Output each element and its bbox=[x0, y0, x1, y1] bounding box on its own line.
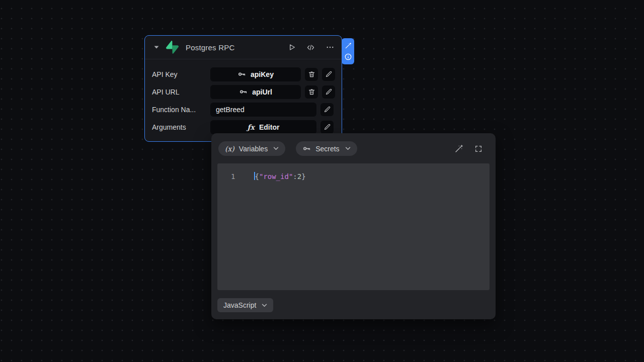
key-icon bbox=[237, 70, 246, 78]
api-key-delete-button[interactable] bbox=[305, 68, 318, 81]
function-name-label: Function Na... bbox=[152, 106, 210, 114]
postgres-rpc-node[interactable]: Postgres RPC API Key bbox=[144, 35, 342, 142]
ai-assist-button[interactable] bbox=[345, 42, 352, 49]
expand-fullscreen-button[interactable] bbox=[474, 145, 482, 153]
node-header-actions bbox=[288, 43, 335, 52]
code-token: : bbox=[293, 172, 297, 180]
line-number: 1 bbox=[231, 172, 235, 181]
pencil-icon bbox=[325, 88, 333, 96]
arguments-editor-popup: (x) Variables Secrets bbox=[211, 133, 496, 319]
fullscreen-icon bbox=[474, 145, 482, 153]
language-dropdown[interactable]: JavaScript bbox=[217, 298, 273, 312]
node-body: API Key apiKey bbox=[145, 59, 342, 136]
api-key-row: API Key apiKey bbox=[152, 65, 335, 83]
api-url-edit-button[interactable] bbox=[322, 85, 335, 99]
code-icon bbox=[306, 43, 315, 52]
view-code-button[interactable] bbox=[306, 43, 315, 52]
pencil-icon bbox=[325, 70, 333, 78]
language-dropdown-label: JavaScript bbox=[223, 301, 256, 309]
api-url-value: apiUrl bbox=[252, 88, 272, 96]
info-button[interactable] bbox=[344, 53, 352, 61]
variables-dropdown[interactable]: (x) Variables bbox=[218, 141, 285, 156]
magic-wand-icon bbox=[345, 42, 352, 49]
function-name-edit-button[interactable] bbox=[320, 103, 334, 116]
format-code-button[interactable] bbox=[454, 144, 463, 153]
key-icon bbox=[302, 144, 311, 153]
code-token: } bbox=[301, 172, 305, 180]
api-url-secret-pill[interactable]: apiUrl bbox=[210, 85, 301, 99]
ellipsis-icon bbox=[326, 43, 335, 52]
code-token: { bbox=[255, 172, 259, 180]
secrets-dropdown[interactable]: Secrets bbox=[296, 141, 357, 156]
workflow-canvas: Postgres RPC API Key bbox=[0, 0, 644, 362]
collapse-chevron-icon[interactable] bbox=[152, 43, 161, 52]
info-icon bbox=[344, 53, 352, 61]
api-url-delete-button[interactable] bbox=[305, 85, 318, 99]
code-line: 1 {"row_id":2} bbox=[217, 163, 490, 181]
arguments-editor-button-label: Editor bbox=[259, 123, 279, 131]
trash-icon bbox=[308, 88, 315, 96]
node-title: Postgres RPC bbox=[186, 43, 234, 52]
code-editor[interactable]: 1 {"row_id":2} bbox=[217, 163, 490, 290]
function-name-row: Function Na... bbox=[152, 101, 335, 118]
node-side-badge bbox=[342, 38, 354, 64]
code-token: "row_id" bbox=[259, 172, 293, 180]
api-key-label: API Key bbox=[152, 70, 210, 78]
node-header: Postgres RPC bbox=[145, 36, 342, 59]
editor-toolbar: (x) Variables Secrets bbox=[211, 133, 496, 156]
api-url-label: API URL bbox=[152, 88, 210, 96]
pencil-icon bbox=[324, 106, 331, 113]
chevron-down-icon bbox=[262, 304, 267, 307]
run-node-button[interactable] bbox=[288, 43, 296, 51]
function-name-input[interactable] bbox=[210, 103, 316, 117]
arguments-label: Arguments bbox=[152, 123, 210, 131]
key-icon bbox=[239, 87, 248, 96]
variables-icon: (x) bbox=[225, 145, 234, 153]
variables-dropdown-label: Variables bbox=[239, 145, 268, 153]
chevron-down-icon bbox=[345, 147, 351, 150]
magic-wand-icon bbox=[454, 144, 463, 153]
chevron-down-icon bbox=[273, 147, 279, 150]
fx-icon: ƒx bbox=[248, 123, 255, 131]
pencil-icon bbox=[324, 123, 331, 131]
arguments-edit-button[interactable] bbox=[320, 121, 334, 134]
code-content: {"row_id":2} bbox=[254, 172, 305, 181]
secrets-dropdown-label: Secrets bbox=[315, 145, 339, 153]
supabase-logo-icon bbox=[166, 41, 179, 54]
api-key-edit-button[interactable] bbox=[322, 68, 335, 81]
arguments-editor-button[interactable]: ƒx Editor bbox=[210, 120, 316, 134]
api-key-value: apiKey bbox=[251, 70, 274, 78]
api-url-row: API URL apiUrl bbox=[152, 83, 335, 101]
trash-icon bbox=[308, 70, 315, 78]
code-token: 2 bbox=[297, 172, 301, 180]
api-key-secret-pill[interactable]: apiKey bbox=[210, 67, 301, 81]
play-icon bbox=[288, 43, 296, 51]
more-options-button[interactable] bbox=[326, 43, 335, 52]
